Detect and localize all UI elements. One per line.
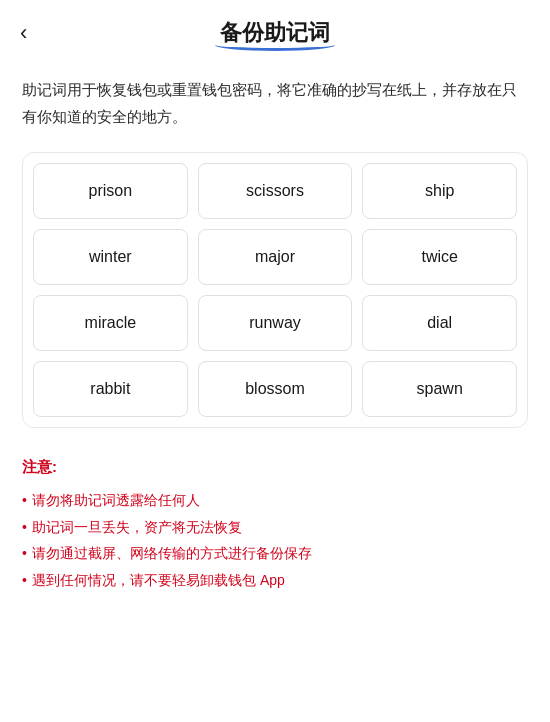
header: ‹ 备份助记词 (0, 0, 550, 58)
note-item: 遇到任何情况，请不要轻易卸载钱包 App (22, 567, 528, 594)
back-button[interactable]: ‹ (20, 22, 27, 44)
mnemonic-word: rabbit (33, 361, 188, 417)
page-title: 备份助记词 (220, 20, 330, 45)
mnemonic-word: major (198, 229, 353, 285)
mnemonic-word: miracle (33, 295, 188, 351)
mnemonic-word: blossom (198, 361, 353, 417)
mnemonic-word: winter (33, 229, 188, 285)
notes-title: 注意: (22, 458, 528, 477)
notes-section: 注意: 请勿将助记词透露给任何人助记词一旦丢失，资产将无法恢复请勿通过截屏、网络… (0, 436, 550, 613)
mnemonic-word: ship (362, 163, 517, 219)
note-item: 助记词一旦丢失，资产将无法恢复 (22, 514, 528, 541)
mnemonic-grid: prisonscissorsshipwintermajortwicemiracl… (33, 163, 517, 417)
mnemonic-word: prison (33, 163, 188, 219)
mnemonic-word: scissors (198, 163, 353, 219)
mnemonic-word: spawn (362, 361, 517, 417)
mnemonic-word: dial (362, 295, 517, 351)
note-item: 请勿将助记词透露给任何人 (22, 487, 528, 514)
mnemonic-word: twice (362, 229, 517, 285)
mnemonic-grid-container: prisonscissorsshipwintermajortwicemiracl… (22, 152, 528, 428)
note-item: 请勿通过截屏、网络传输的方式进行备份保存 (22, 540, 528, 567)
title-wrapper: 备份助记词 (220, 18, 330, 48)
description-text: 助记词用于恢复钱包或重置钱包密码，将它准确的抄写在纸上，并存放在只有你知道的安全… (0, 58, 550, 144)
notes-list: 请勿将助记词透露给任何人助记词一旦丢失，资产将无法恢复请勿通过截屏、网络传输的方… (22, 487, 528, 593)
mnemonic-word: runway (198, 295, 353, 351)
